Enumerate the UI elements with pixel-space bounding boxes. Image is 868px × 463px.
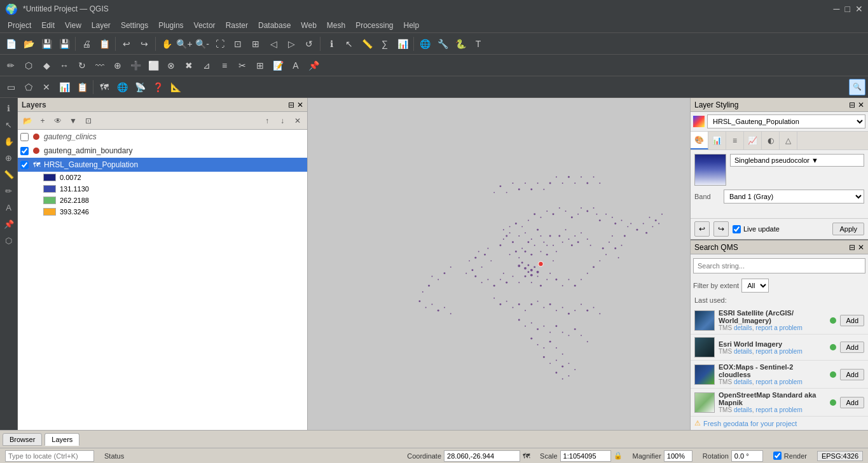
delete-part-btn[interactable]: ✖ (181, 57, 197, 74)
sel-poly-btn[interactable]: ⬠ (20, 79, 37, 95)
select-button[interactable]: ↖ (341, 36, 357, 52)
fill-ring-btn[interactable]: ⬜ (145, 57, 162, 74)
rotation-input[interactable] (731, 450, 763, 462)
new-project-button[interactable]: 📄 (3, 36, 19, 52)
attr-table-btn[interactable]: 📊 (56, 79, 72, 95)
layers-float-btn[interactable]: ⊟ (288, 100, 294, 109)
offset-btn[interactable]: ≡ (216, 57, 233, 74)
zoom-out-button[interactable]: 🔍- (194, 36, 210, 52)
qms-report-esri-world[interactable]: report a problem (755, 348, 802, 355)
menu-database[interactable]: Database (253, 20, 296, 31)
open-form-btn[interactable]: 📋 (74, 79, 90, 95)
undo-button[interactable]: ↩ (118, 36, 135, 52)
add-ring-btn[interactable]: ⊕ (109, 57, 126, 74)
tab-layers[interactable]: Layers (45, 433, 79, 446)
rotate-btn[interactable]: ↻ (74, 57, 90, 74)
menu-raster[interactable]: Raster (221, 20, 253, 31)
pan-map-button[interactable]: ✋ (158, 36, 175, 52)
sidebar-digitize[interactable]: ✏ (1, 183, 17, 198)
tab-histogram[interactable]: 📈 (744, 132, 762, 149)
menu-help[interactable]: Help (399, 20, 425, 31)
qms-details-esri[interactable]: details (734, 324, 752, 331)
fresh-geodata-link[interactable]: Fresh geodata for your project (703, 420, 797, 427)
edit-attr-btn[interactable]: 📝 (270, 57, 286, 74)
layer-visible-admin-boundary[interactable] (20, 147, 29, 155)
save-project-button[interactable]: 💾 (38, 36, 55, 52)
render-checkbox[interactable] (773, 452, 782, 460)
identify-button[interactable]: ℹ (323, 36, 340, 52)
digitize-btn[interactable]: ✏ (3, 57, 19, 74)
move-btn[interactable]: ↔ (56, 57, 72, 74)
python-button[interactable]: 🐍 (452, 36, 469, 52)
menu-mesh[interactable]: Mesh (322, 20, 350, 31)
qms-report-osm[interactable]: report a problem (755, 406, 802, 413)
delete-ring-btn[interactable]: ⊗ (163, 57, 179, 74)
add-part-btn[interactable]: ➕ (127, 57, 144, 74)
plugins-button[interactable]: 🔧 (434, 36, 451, 52)
pinned-btn[interactable]: 📌 (305, 57, 322, 74)
tab-legend[interactable]: ≡ (726, 132, 744, 149)
layer-select-dropdown[interactable]: HRSL_Gauteng_Population (707, 114, 865, 128)
redo-style-btn[interactable]: ↪ (713, 221, 729, 237)
help-btn[interactable]: ❓ (149, 79, 166, 95)
zoom-in-button[interactable]: 🔍+ (176, 36, 193, 52)
menu-edit[interactable]: Edit (36, 20, 60, 31)
qms-report-eox[interactable]: report a problem (755, 378, 802, 385)
layer-item-hrsl[interactable]: 🗺 HRSL_Gauteng_Population (18, 158, 307, 172)
sidebar-identify[interactable]: ℹ (1, 100, 17, 116)
tab-chart[interactable]: 📊 (708, 132, 726, 149)
layer-visible-gauteng-clinics[interactable] (20, 133, 29, 141)
close-button[interactable]: ✕ (855, 4, 863, 14)
zoom-locator-btn[interactable]: 🔍 (849, 79, 865, 95)
menu-vector[interactable]: Vector (189, 20, 221, 31)
sidebar-3d[interactable]: ⬡ (1, 233, 17, 248)
minimize-button[interactable]: ─ (834, 4, 840, 14)
merge-btn[interactable]: ⊞ (252, 57, 268, 74)
qms-add-osm[interactable]: Add (840, 397, 864, 408)
node-btn[interactable]: ⬡ (20, 57, 37, 74)
show-hide-all-btn[interactable]: 👁 (51, 114, 65, 128)
split-btn[interactable]: ✂ (234, 57, 251, 74)
band-dropdown[interactable]: Band 1 (Gray) (724, 190, 864, 204)
add-group-btn[interactable]: + (36, 114, 50, 128)
field-calc-button[interactable]: ∑ (376, 36, 393, 52)
scale-input[interactable] (560, 450, 611, 462)
measure-button[interactable]: 📏 (359, 36, 375, 52)
search-qms-close-btn[interactable]: ✕ (858, 243, 864, 252)
redo-button[interactable]: ↪ (136, 36, 153, 52)
open-layer-btn[interactable]: 📂 (20, 114, 34, 128)
map-area[interactable] (308, 98, 690, 430)
qgis-online-btn[interactable]: 📡 (132, 79, 148, 95)
move-up-btn[interactable]: ↑ (260, 114, 274, 128)
undo-style-btn[interactable]: ↩ (694, 221, 710, 237)
qgis-server-button[interactable]: 🌐 (417, 36, 433, 52)
reshape-btn[interactable]: ⊿ (198, 57, 215, 74)
sidebar-label[interactable]: A (1, 200, 17, 215)
qms-details-osm[interactable]: details (734, 406, 752, 413)
maximize-button[interactable]: □ (845, 4, 850, 14)
sidebar-pan[interactable]: ✋ (1, 134, 17, 149)
layer-item-gauteng-clinics[interactable]: gauteng_clinics (18, 130, 307, 144)
menu-view[interactable]: View (60, 20, 86, 31)
qms-add-eox[interactable]: Add (840, 369, 864, 380)
stats-button[interactable]: 📊 (394, 36, 411, 52)
filter-dropdown[interactable]: All (741, 279, 769, 293)
epsg-button[interactable]: EPSG:4326 (817, 451, 863, 461)
search-qms-float-btn[interactable]: ⊟ (849, 243, 855, 252)
menu-web[interactable]: Web (296, 20, 321, 31)
zoom-full-button[interactable]: ⛶ (212, 36, 228, 52)
label-edit-btn[interactable]: A (287, 57, 304, 74)
filter-layer-btn[interactable]: ▼ (66, 114, 80, 128)
open-project-button[interactable]: 📂 (20, 36, 37, 52)
filter-by-map-btn[interactable]: ⊡ (81, 114, 95, 128)
zoom-last-button[interactable]: ◁ (265, 36, 282, 52)
zoom-layer-button[interactable]: ⊡ (230, 36, 246, 52)
magnifier-input[interactable] (664, 450, 692, 462)
move-down-btn[interactable]: ↓ (275, 114, 289, 128)
coordinate-input[interactable] (444, 450, 520, 462)
tab-browser[interactable]: Browser (3, 433, 42, 446)
menu-project[interactable]: Project (3, 20, 36, 31)
qms-add-esri-satellite[interactable]: Add (840, 315, 864, 326)
apply-button[interactable]: Apply (832, 223, 864, 235)
refresh-button[interactable]: ↺ (301, 36, 317, 52)
